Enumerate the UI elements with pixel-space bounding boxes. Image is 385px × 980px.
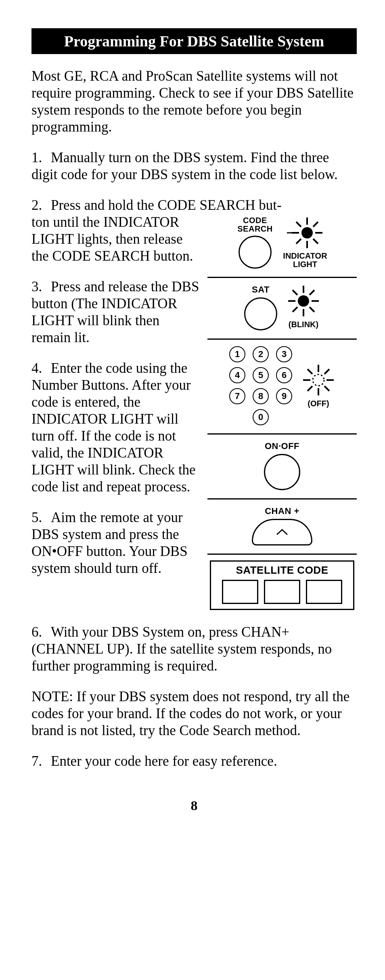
step-1: 1.Manually turn on the DBS system. Find … xyxy=(31,149,357,183)
page-title: Programming For DBS Satellite System xyxy=(31,28,357,54)
key-4[interactable]: 4 xyxy=(229,367,245,383)
number-keypad: 1 2 3 4 5 6 7 8 9 0 xyxy=(229,346,292,425)
step-7-text: Enter your code here for easy reference. xyxy=(51,753,277,769)
off-label: (OFF) xyxy=(308,399,329,408)
step-num-1: 1. xyxy=(31,149,51,166)
step-4: 4.Enter the code using the Number Button… xyxy=(31,360,199,495)
indicator-light-on-icon xyxy=(287,216,323,249)
key-7[interactable]: 7 xyxy=(229,388,245,404)
chan-plus-button[interactable] xyxy=(252,519,312,545)
code-search-button[interactable] xyxy=(239,236,272,269)
code-search-label: CODE SEARCH xyxy=(237,216,273,233)
step-num-4: 4. xyxy=(31,360,51,377)
step-num-6: 6. xyxy=(31,624,51,641)
note-text: NOTE: If your DBS system does not respon… xyxy=(31,688,357,739)
step-2-cont: ton until the INDICATOR LIGHT lights, th… xyxy=(31,214,199,265)
step-5: 5.Aim the remote at your DBS system and … xyxy=(31,509,199,577)
diagram-column: CODE SEARCH INDICATOR LIGHT xyxy=(207,210,357,610)
panel-sat: SAT (BLINK) xyxy=(207,278,357,340)
onoff-label: ON·OFF xyxy=(265,441,299,451)
sat-button[interactable] xyxy=(244,297,277,330)
key-8[interactable]: 8 xyxy=(253,388,269,404)
key-2[interactable]: 2 xyxy=(253,346,269,362)
step-num-3: 3. xyxy=(31,278,51,295)
step-num-2: 2. xyxy=(31,197,51,214)
chevron-up-icon xyxy=(276,529,288,536)
code-digit-2[interactable] xyxy=(264,580,300,604)
satellite-code-title: SATELLITE CODE xyxy=(215,564,349,577)
indicator-light-label: INDICATOR LIGHT xyxy=(283,252,327,269)
step-3-text: Press and release the DBS button (The IN… xyxy=(31,279,199,345)
key-6[interactable]: 6 xyxy=(276,367,292,383)
step-4-text: Enter the code using the Number Buttons.… xyxy=(31,360,196,495)
step-num-7: 7. xyxy=(31,753,51,770)
step-num-5: 5. xyxy=(31,509,51,526)
sat-label: SAT xyxy=(252,284,270,295)
step-1-text: Manually turn on the DBS system. Find th… xyxy=(31,150,338,182)
key-0[interactable]: 0 xyxy=(253,409,269,425)
key-3[interactable]: 3 xyxy=(276,346,292,362)
panel-chan: CHAN + xyxy=(207,499,357,555)
panel-code-search: CODE SEARCH INDICATOR LIGHT xyxy=(207,210,357,278)
onoff-button[interactable] xyxy=(264,454,300,490)
key-5[interactable]: 5 xyxy=(253,367,269,383)
step-7: 7.Enter your code here for easy referenc… xyxy=(31,753,357,770)
step-3: 3.Press and release the DBS button (The … xyxy=(31,278,199,346)
blink-label: (BLINK) xyxy=(289,320,318,329)
step-5-text: Aim the remote at your DBS system and pr… xyxy=(31,510,188,576)
intro-text: Most GE, RCA and ProScan Satellite syste… xyxy=(31,68,357,136)
chan-label: CHAN + xyxy=(265,506,299,516)
key-1[interactable]: 1 xyxy=(229,346,245,362)
key-9[interactable]: 9 xyxy=(276,388,292,404)
panel-onoff: ON·OFF xyxy=(207,435,357,499)
indicator-light-blink-icon xyxy=(287,284,320,318)
indicator-light-off-icon xyxy=(302,364,335,397)
panel-keypad: 1 2 3 4 5 6 7 8 9 0 (OFF) xyxy=(207,340,357,435)
step-6: 6.With your DBS System on, press CHAN+ (… xyxy=(31,624,357,675)
step-6-text: With your DBS System on, press CHAN+ (CH… xyxy=(31,624,332,674)
code-digit-3[interactable] xyxy=(306,580,342,604)
code-digit-1[interactable] xyxy=(222,580,258,604)
page-number: 8 xyxy=(31,798,357,813)
satellite-code-box: SATELLITE CODE xyxy=(210,560,354,610)
